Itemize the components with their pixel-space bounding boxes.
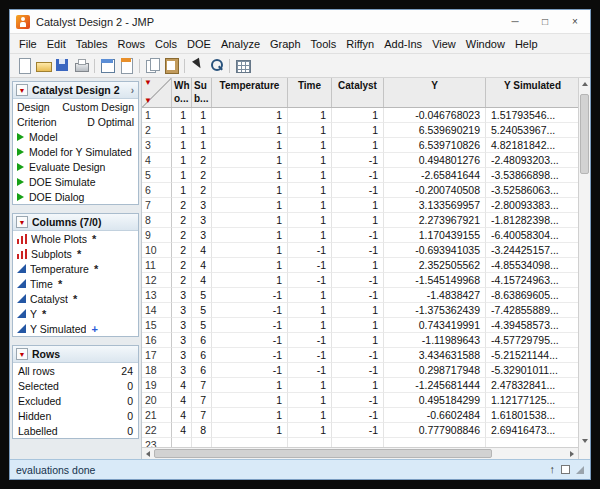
catalyst[interactable]: 1 bbox=[332, 213, 384, 228]
catalyst[interactable] bbox=[332, 438, 384, 447]
whole-plots[interactable]: 1 bbox=[172, 168, 192, 183]
y-simulated[interactable]: -8.63869605... bbox=[486, 288, 578, 303]
catalyst[interactable]: 1 bbox=[332, 378, 384, 393]
time[interactable]: 1 bbox=[288, 228, 332, 243]
time[interactable]: 1 bbox=[288, 138, 332, 153]
time[interactable] bbox=[288, 438, 332, 447]
y-simulated[interactable]: -3.24425157... bbox=[486, 243, 578, 258]
time[interactable]: -1 bbox=[288, 348, 332, 363]
column-item[interactable]: Y Simulated+ bbox=[13, 321, 138, 336]
catalyst[interactable]: -1 bbox=[332, 183, 384, 198]
row-number[interactable]: 21 bbox=[142, 408, 172, 423]
whole-plots[interactable]: 2 bbox=[172, 213, 192, 228]
menu-edit[interactable]: Edit bbox=[42, 36, 71, 52]
menu-help[interactable]: Help bbox=[510, 36, 543, 52]
time[interactable]: 1 bbox=[288, 168, 332, 183]
catalyst[interactable]: -1 bbox=[332, 228, 384, 243]
y-simulated[interactable] bbox=[486, 438, 578, 447]
y-simulated[interactable]: 5.24053967... bbox=[486, 123, 578, 138]
whole-plots[interactable]: 4 bbox=[172, 423, 192, 438]
y[interactable]: 2.273967921 bbox=[384, 213, 486, 228]
whole-plots[interactable]: 1 bbox=[172, 153, 192, 168]
magnifier-icon[interactable] bbox=[208, 57, 225, 74]
y-simulated[interactable]: -7.42855889... bbox=[486, 303, 578, 318]
row-number[interactable]: 5 bbox=[142, 168, 172, 183]
y[interactable]: 1.170439155 bbox=[384, 228, 486, 243]
row-number[interactable]: 17 bbox=[142, 348, 172, 363]
red-triangle-icon[interactable]: ▼ bbox=[16, 84, 28, 96]
title-bar[interactable]: Catalyst Design 2 - JMP ─□× bbox=[10, 10, 590, 34]
y[interactable]: 3.133569957 bbox=[384, 198, 486, 213]
subplots[interactable]: 3 bbox=[192, 213, 212, 228]
script-item[interactable]: Evaluate Design bbox=[13, 159, 138, 174]
whole-plots[interactable]: 1 bbox=[172, 108, 192, 123]
grid-icon[interactable] bbox=[234, 57, 251, 74]
rows-stat[interactable]: Excluded0 bbox=[13, 393, 138, 408]
temperature[interactable]: -1 bbox=[212, 363, 288, 378]
column-item[interactable]: Y* bbox=[13, 306, 138, 321]
whole-plots[interactable]: 2 bbox=[172, 273, 192, 288]
time[interactable]: 1 bbox=[288, 408, 332, 423]
hscroll-track[interactable] bbox=[154, 448, 566, 459]
catalyst[interactable]: 1 bbox=[332, 333, 384, 348]
catalyst[interactable]: -1 bbox=[332, 153, 384, 168]
catalyst[interactable]: -1 bbox=[332, 348, 384, 363]
subplots[interactable]: 5 bbox=[192, 318, 212, 333]
y[interactable]: 6.539690219 bbox=[384, 123, 486, 138]
time[interactable]: -1 bbox=[288, 243, 332, 258]
menu-graph[interactable]: Graph bbox=[265, 36, 306, 52]
y-simulated[interactable]: -3.52586063... bbox=[486, 183, 578, 198]
whole-plots[interactable]: 3 bbox=[172, 348, 192, 363]
catalyst[interactable]: -1 bbox=[332, 168, 384, 183]
menu-view[interactable]: View bbox=[427, 36, 461, 52]
whole-plots[interactable]: 1 bbox=[172, 183, 192, 198]
y[interactable]: -0.200740508 bbox=[384, 183, 486, 198]
y-simulated[interactable]: -4.57729795... bbox=[486, 333, 578, 348]
scroll-up-icon[interactable] bbox=[579, 78, 591, 90]
subplots[interactable]: 1 bbox=[192, 123, 212, 138]
temperature[interactable]: 1 bbox=[212, 123, 288, 138]
y-simulated[interactable]: 2.69416473... bbox=[486, 423, 578, 438]
temperature[interactable]: 1 bbox=[212, 378, 288, 393]
data-table-icon[interactable] bbox=[99, 57, 116, 74]
row-number[interactable]: 20 bbox=[142, 393, 172, 408]
vscroll-track[interactable] bbox=[579, 90, 590, 435]
menu-cols[interactable]: Cols bbox=[150, 36, 182, 52]
y[interactable]: -0.693941035 bbox=[384, 243, 486, 258]
columns-panel-header[interactable]: ▼ Columns (7/0) bbox=[13, 214, 138, 231]
row-number[interactable]: 13 bbox=[142, 288, 172, 303]
rows-stat[interactable]: Hidden0 bbox=[13, 408, 138, 423]
row-number[interactable]: 3 bbox=[142, 138, 172, 153]
menu-doe[interactable]: DOE bbox=[182, 36, 216, 52]
y[interactable] bbox=[384, 438, 486, 447]
script-item[interactable]: Model for Y Simulated bbox=[13, 144, 138, 159]
y[interactable]: -1.11989643 bbox=[384, 333, 486, 348]
y[interactable]: 0.494801276 bbox=[384, 153, 486, 168]
time[interactable]: 1 bbox=[288, 423, 332, 438]
row-number[interactable]: 8 bbox=[142, 213, 172, 228]
catalyst[interactable]: 1 bbox=[332, 258, 384, 273]
column-header-y[interactable]: Y bbox=[384, 78, 486, 107]
y-simulated[interactable]: 1.12177125... bbox=[486, 393, 578, 408]
temperature[interactable]: 1 bbox=[212, 243, 288, 258]
menu-tables[interactable]: Tables bbox=[71, 36, 113, 52]
row-number[interactable]: 22 bbox=[142, 423, 172, 438]
minimize-button[interactable]: ─ bbox=[500, 10, 530, 33]
catalyst[interactable]: -1 bbox=[332, 243, 384, 258]
time[interactable]: 1 bbox=[288, 288, 332, 303]
subplots[interactable]: 4 bbox=[192, 243, 212, 258]
rows-panel-header[interactable]: ▼ Rows bbox=[13, 346, 138, 363]
row-number[interactable]: 23 bbox=[142, 438, 172, 447]
y-simulated[interactable]: -2.80093383... bbox=[486, 198, 578, 213]
y[interactable]: 6.539710826 bbox=[384, 138, 486, 153]
menu-riffyn[interactable]: Riffyn bbox=[341, 36, 379, 52]
whole-plots[interactable]: 3 bbox=[172, 288, 192, 303]
column-header-time[interactable]: Time bbox=[288, 78, 332, 107]
time[interactable]: -1 bbox=[288, 333, 332, 348]
temperature[interactable]: 1 bbox=[212, 168, 288, 183]
whole-plots[interactable] bbox=[172, 438, 192, 447]
temperature[interactable]: 1 bbox=[212, 258, 288, 273]
y-simulated[interactable]: 1.51793546... bbox=[486, 108, 578, 123]
menu-analyze[interactable]: Analyze bbox=[216, 36, 265, 52]
subplots[interactable]: 5 bbox=[192, 288, 212, 303]
